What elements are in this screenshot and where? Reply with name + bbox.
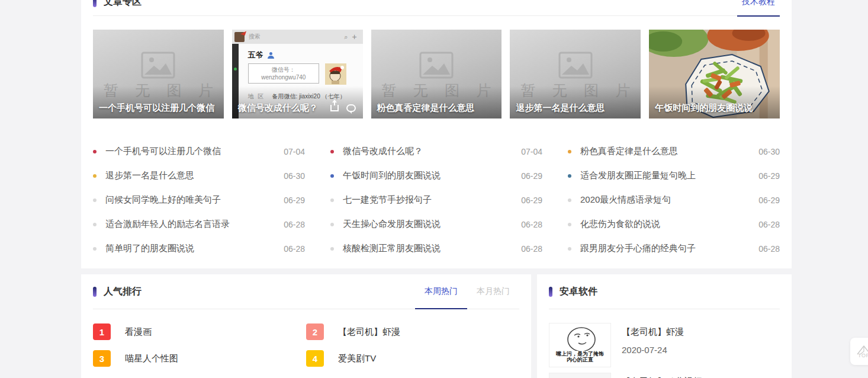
android-header: 安卓软件: [549, 274, 780, 309]
app-thumbnail: 嘴上污，是为了掩饰 内心的正直: [549, 323, 611, 367]
article-list-item[interactable]: 一个手机号可以注册几个微信07-04: [93, 139, 305, 164]
bullet-icon: [330, 223, 334, 226]
comment-icon: [346, 104, 356, 112]
article-list-item[interactable]: 退步第一名是什么意思06-30: [93, 164, 305, 188]
share-icon: [330, 105, 339, 111]
article-title: 跟男朋友分手心痛的经典句子: [580, 243, 696, 254]
article-list-item[interactable]: 适合发朋友圈正能量短句晚上06-29: [568, 164, 780, 188]
wechat-id-box: 微信号：wenzhongwu740: [248, 63, 319, 84]
article-list-item[interactable]: 化悲伤为食欲的说说06-28: [568, 212, 780, 236]
rank-item-1[interactable]: 1 看漫画: [93, 323, 306, 340]
image-placeholder-icon: [556, 51, 595, 79]
article-date: 06-30: [753, 147, 780, 156]
article-lists: 一个手机号可以注册几个微信07-04 退步第一名是什么意思06-30 问候女同学…: [93, 139, 780, 261]
article-date: 06-29: [278, 196, 305, 205]
article-card[interactable]: 搜索 ⌕ + 五爷 微信号：wenzhongwu740: [232, 30, 363, 118]
tab-week-hot[interactable]: 本周热门: [415, 274, 467, 309]
bullet-icon: [568, 150, 571, 153]
article-list-item[interactable]: 天生操心命发朋友圈说说06-28: [330, 212, 542, 236]
article-date: 06-28: [753, 220, 780, 229]
rank-item-4[interactable]: 4 爱美剧TV: [306, 350, 519, 367]
wechat-avatar-icon: [234, 32, 245, 42]
rank-item-3[interactable]: 3 喵星人个性图: [93, 350, 306, 367]
rank-badge: 2: [306, 323, 324, 340]
back-to-top-label: TOP: [858, 353, 868, 358]
rank-badge: 3: [93, 350, 111, 367]
article-title: 适合发朋友圈正能量短句晚上: [580, 170, 696, 181]
bullet-icon: [330, 247, 334, 251]
article-date: 07-04: [278, 147, 305, 156]
article-title: 天生操心命发朋友圈说说: [343, 219, 441, 230]
ranking-tabs: 本周热门 本月热门: [415, 274, 519, 309]
ranking-grid: 1 看漫画 2 【老司机】虾漫 3 喵星人个性图 4 爱美剧TV: [93, 323, 519, 367]
article-list-item[interactable]: 午饭时间到的朋友圈说说06-29: [330, 164, 542, 188]
article-title: 退步第一名是什么意思: [105, 170, 194, 181]
wechat-search-box: 搜索: [249, 33, 340, 41]
article-card[interactable]: 暂 无 图 片 退步第一名是什么意思: [510, 30, 641, 118]
article-list-item[interactable]: 七一建党节手抄报句子06-29: [330, 188, 542, 212]
image-placeholder-icon: [417, 51, 456, 79]
app-info: 【老司机】鸡儿视频: [622, 373, 702, 378]
article-card-caption: 退步第一名是什么意思: [516, 102, 605, 114]
app-item[interactable]: 【老司机】鸡儿视频: [549, 373, 780, 378]
article-title: 2020最火情感语录短句: [580, 194, 671, 206]
article-date: 06-28: [278, 244, 305, 254]
bullet-icon: [93, 174, 97, 178]
article-list-item[interactable]: 2020最火情感语录短句06-29: [568, 188, 780, 212]
article-date: 06-28: [753, 244, 780, 254]
article-list-item[interactable]: 跟男朋友分手心痛的经典句子06-28: [568, 236, 780, 261]
tech-tutorial-link[interactable]: 技术教程: [737, 0, 780, 17]
meme-face-image: [551, 323, 610, 351]
article-title: 粉色真香定律是什么意思: [580, 146, 678, 157]
app-date: 2020-07-24: [622, 345, 684, 355]
page: 文章专区 技术教程 暂 无 图 片 一个手机号可以注册几个微信: [0, 0, 868, 378]
christmas-avatar-image: [325, 63, 346, 85]
ranking-section: 人气排行 本周热门 本月热门 1 看漫画 2 【老司机】虾漫 3 喵星人个性图 …: [81, 274, 531, 378]
bullet-icon: [568, 247, 571, 251]
article-card[interactable]: 暂 无 图 片 粉色真香定律是什么意思: [371, 30, 502, 118]
back-to-top-button[interactable]: TOP: [850, 338, 868, 365]
article-list-item[interactable]: 微信号改成什么呢？07-04: [330, 139, 542, 164]
article-list-item[interactable]: 粉色真香定律是什么意思06-30: [568, 139, 780, 164]
image-placeholder-icon: [139, 51, 178, 79]
article-list-item[interactable]: 问候女同学晚上好的唯美句子06-29: [93, 188, 305, 212]
article-card-caption: 午饭时间到的朋友圈说说: [655, 102, 753, 114]
article-list-item[interactable]: 适合激励年轻人的励志名言语录06-28: [93, 212, 305, 236]
article-date: 06-28: [515, 244, 542, 254]
rank-label: 喵星人个性图: [125, 353, 178, 364]
article-list-item[interactable]: 核酸检测正常朋友圈说说06-28: [330, 236, 542, 261]
article-section-header: 文章专区 技术教程: [93, 0, 780, 16]
rank-label: 爱美剧TV: [338, 353, 376, 364]
bullet-icon: [568, 174, 571, 178]
app-info: 【老司机】虾漫 2020-07-24: [622, 323, 684, 367]
tab-month-hot[interactable]: 本月热门: [467, 274, 519, 309]
article-title: 七一建党节手抄报句子: [343, 194, 432, 206]
article-date: 06-28: [278, 220, 305, 229]
article-list-column-3: 粉色真香定律是什么意思06-30 适合发朋友圈正能量短句晚上06-29 2020…: [568, 139, 780, 261]
article-date: 06-29: [753, 171, 780, 181]
accent-bar-icon: [93, 287, 97, 297]
ranking-title-wrap: 人气排行: [93, 286, 142, 298]
article-card[interactable]: 暂 无 图 片 一个手机号可以注册几个微信: [93, 30, 224, 118]
ranking-header: 人气排行 本周热门 本月热门: [93, 274, 519, 309]
app-thumbnail: [549, 373, 611, 378]
bullet-icon: [330, 174, 334, 178]
article-date: 06-29: [753, 196, 780, 205]
rank-badge: 1: [93, 323, 111, 340]
article-title: 核酸检测正常朋友圈说说: [343, 243, 441, 254]
person-icon: [268, 52, 274, 59]
bullet-icon: [93, 150, 97, 153]
android-title: 安卓软件: [560, 286, 597, 298]
caption-row: 微信号改成什么呢？: [238, 102, 356, 114]
article-card[interactable]: 午饭时间到的朋友圈说说: [649, 30, 780, 118]
article-title: 问候女同学晚上好的唯美句子: [105, 194, 221, 206]
article-list-item[interactable]: 简单明了的朋友圈说说06-28: [93, 236, 305, 261]
rank-badge: 4: [306, 350, 324, 367]
article-title: 一个手机号可以注册几个微信: [105, 146, 221, 157]
android-section: 安卓软件 嘴上污，是为了掩饰 内心的正直 【老司机】虾漫 2020-07-24: [537, 274, 792, 378]
app-item[interactable]: 嘴上污，是为了掩饰 内心的正直 【老司机】虾漫 2020-07-24: [549, 323, 780, 367]
bullet-icon: [568, 198, 571, 202]
article-title: 午饭时间到的朋友圈说说: [343, 170, 441, 181]
article-title: 简单明了的朋友圈说说: [105, 243, 194, 254]
rank-item-2[interactable]: 2 【老司机】虾漫: [306, 323, 519, 340]
